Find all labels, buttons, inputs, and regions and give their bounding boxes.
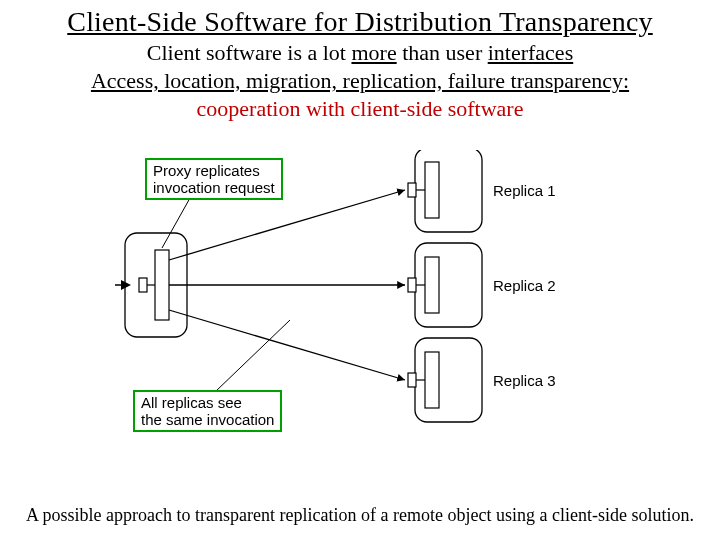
note-all-replicas: All replicas see the same invocation (133, 390, 282, 432)
svg-rect-8 (425, 257, 439, 313)
svg-rect-1 (139, 278, 147, 292)
subtitle-1-interfaces: interfaces (488, 40, 574, 65)
subtitle-1-prefix: Client software is a lot (147, 40, 352, 65)
subtitle-line-3: cooperation with client-side software (0, 96, 720, 122)
label-replica-1: Replica 1 (493, 182, 556, 199)
note-proxy-replicates: Proxy replicates invocation request (145, 158, 283, 200)
subtitle-line-1: Client software is a lot more than user … (0, 40, 720, 66)
subtitle-line-2: Access, location, migration, replication… (0, 68, 720, 94)
label-replica-3: Replica 3 (493, 372, 556, 389)
caption: A possible approach to transparent repli… (0, 505, 720, 526)
svg-rect-12 (408, 373, 416, 387)
note-all-l2: the same invocation (141, 411, 274, 428)
subtitle-1-more: more (351, 40, 396, 65)
note-all-l1: All replicas see (141, 394, 274, 411)
label-replica-2: Replica 2 (493, 277, 556, 294)
subtitle-1-mid: than user (397, 40, 488, 65)
slide-title: Client-Side Software for Distribution Tr… (0, 6, 720, 38)
svg-line-14 (169, 190, 405, 260)
note-proxy-l1: Proxy replicates (153, 162, 275, 179)
svg-rect-6 (408, 183, 416, 197)
diagram: Proxy replicates invocation request All … (115, 150, 585, 480)
svg-line-16 (169, 310, 405, 380)
svg-rect-9 (408, 278, 416, 292)
svg-rect-11 (425, 352, 439, 408)
svg-rect-5 (425, 162, 439, 218)
svg-rect-0 (155, 250, 169, 320)
svg-line-18 (215, 320, 290, 392)
note-proxy-l2: invocation request (153, 179, 275, 196)
